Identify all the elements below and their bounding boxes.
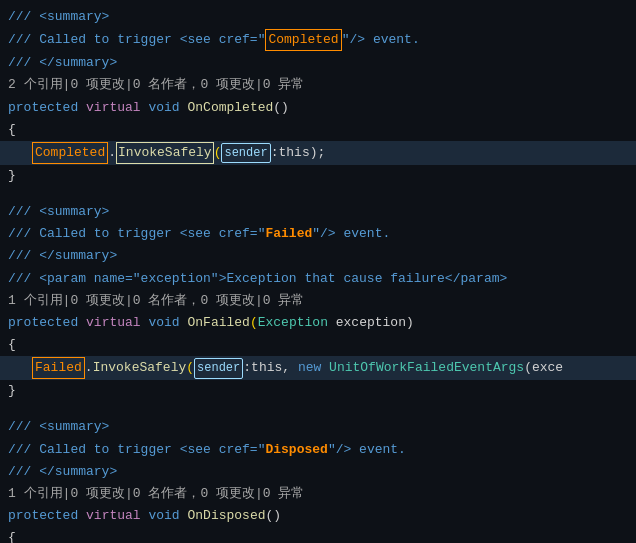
code-line: { xyxy=(0,119,636,141)
code-token: (exce xyxy=(524,358,563,378)
code-token: protected xyxy=(8,98,78,118)
code-line: 2 个引用|0 项更改|0 名作者，0 项更改|0 异常 xyxy=(0,74,636,96)
code-token: } xyxy=(8,166,16,186)
code-token xyxy=(321,358,329,378)
code-viewer: /// <summary>/// Called to trigger <see … xyxy=(0,0,636,543)
code-line: } xyxy=(0,380,636,402)
code-line: Completed.InvokeSafely(sender:this); xyxy=(0,141,636,165)
code-token: InvokeSafely xyxy=(93,358,187,378)
code-line: /// <summary> xyxy=(0,201,636,223)
code-token: Completed xyxy=(32,142,108,164)
code-token: UnitOfWorkFailedEventArgs xyxy=(329,358,524,378)
code-token: OnCompleted xyxy=(187,98,273,118)
code-token: /// <param name="exception">Exception th… xyxy=(8,269,507,289)
code-token: "/> event. xyxy=(328,440,406,460)
code-line: protected virtual void OnCompleted() xyxy=(0,97,636,119)
code-token: protected xyxy=(8,506,78,526)
code-line: /// Called to trigger <see cref="Complet… xyxy=(0,28,636,52)
code-token: /// Called to trigger <see cref=" xyxy=(8,224,265,244)
code-line: /// </summary> xyxy=(0,245,636,267)
code-token: protected xyxy=(8,313,78,333)
code-token: ( xyxy=(214,143,222,163)
code-token: Disposed xyxy=(265,440,327,460)
code-token: ( xyxy=(186,358,194,378)
code-token: Failed xyxy=(32,357,85,379)
code-line: 1 个引用|0 项更改|0 名作者，0 项更改|0 异常 xyxy=(0,483,636,505)
code-token: /// </summary> xyxy=(8,53,117,73)
code-token xyxy=(180,98,188,118)
code-token: Completed xyxy=(265,29,341,51)
code-token: InvokeSafely xyxy=(116,142,214,164)
code-line: Failed.InvokeSafely(sender:this, new Uni… xyxy=(0,356,636,380)
code-token: void xyxy=(148,313,179,333)
code-token: { xyxy=(8,528,16,543)
code-line: /// </summary> xyxy=(0,52,636,74)
code-line: { xyxy=(0,334,636,356)
code-line: /// <summary> xyxy=(0,416,636,438)
code-token: 2 个引用|0 项更改|0 名作者，0 项更改|0 异常 xyxy=(8,75,304,95)
code-line: /// Called to trigger <see cref="Dispose… xyxy=(0,439,636,461)
code-token: :this); xyxy=(271,143,326,163)
code-token: "/> event. xyxy=(342,30,420,50)
code-token: OnFailed xyxy=(187,313,249,333)
code-token: /// </summary> xyxy=(8,462,117,482)
code-token: 1 个引用|0 项更改|0 名作者，0 项更改|0 异常 xyxy=(8,291,304,311)
code-line: /// <param name="exception">Exception th… xyxy=(0,268,636,290)
code-line: protected virtual void OnDisposed() xyxy=(0,505,636,527)
code-token: exception) xyxy=(328,313,414,333)
code-token: } xyxy=(8,381,16,401)
code-token: Exception xyxy=(258,313,328,333)
code-line: /// Called to trigger <see cref="Failed"… xyxy=(0,223,636,245)
code-line: protected virtual void OnFailed(Exceptio… xyxy=(0,312,636,334)
code-token: /// <summary> xyxy=(8,7,109,27)
code-token: new xyxy=(298,358,321,378)
code-token xyxy=(141,98,149,118)
code-token: virtual xyxy=(86,506,141,526)
code-content: /// <summary>/// Called to trigger <see … xyxy=(0,6,636,543)
code-line: /// <summary> xyxy=(0,6,636,28)
code-token: () xyxy=(273,98,289,118)
code-token xyxy=(78,506,86,526)
code-token: /// Called to trigger <see cref=" xyxy=(8,440,265,460)
code-token xyxy=(141,313,149,333)
code-token xyxy=(141,506,149,526)
code-line: 1 个引用|0 项更改|0 名作者，0 项更改|0 异常 xyxy=(0,290,636,312)
code-token: sender xyxy=(194,358,243,379)
code-token xyxy=(78,313,86,333)
code-token: /// <summary> xyxy=(8,417,109,437)
code-token: virtual xyxy=(86,313,141,333)
code-token: . xyxy=(108,143,116,163)
code-token: void xyxy=(148,506,179,526)
code-line: { xyxy=(0,527,636,543)
code-line: /// </summary> xyxy=(0,461,636,483)
code-token: /// Called to trigger <see cref=" xyxy=(8,30,265,50)
code-token: "/> event. xyxy=(312,224,390,244)
code-token xyxy=(180,506,188,526)
code-token: { xyxy=(8,335,16,355)
code-token xyxy=(180,313,188,333)
code-token: 1 个引用|0 项更改|0 名作者，0 项更改|0 异常 xyxy=(8,484,304,504)
code-token: /// <summary> xyxy=(8,202,109,222)
code-token: Failed xyxy=(265,224,312,244)
code-token: () xyxy=(266,506,282,526)
code-token: /// </summary> xyxy=(8,246,117,266)
code-token: OnDisposed xyxy=(187,506,265,526)
code-token: ( xyxy=(250,313,258,333)
code-token: . xyxy=(85,358,93,378)
code-token: virtual xyxy=(86,98,141,118)
code-token: :this, xyxy=(243,358,298,378)
code-token xyxy=(78,98,86,118)
code-token: { xyxy=(8,120,16,140)
code-token: void xyxy=(148,98,179,118)
code-line: } xyxy=(0,165,636,187)
code-token: sender xyxy=(221,143,270,164)
